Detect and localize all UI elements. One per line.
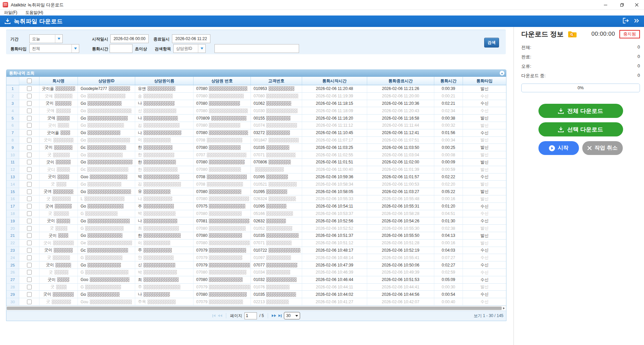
row-checkbox[interactable] <box>27 300 32 304</box>
column-header[interactable]: 통화타입 <box>463 77 506 85</box>
column-header[interactable]: 회사명 <box>39 77 78 85</box>
page-size-select[interactable]: 30 <box>284 312 300 319</box>
maximize-button[interactable] <box>614 0 629 9</box>
table-row[interactable]: 11굿이Go한070800708062026-02-06 11:01:51202… <box>6 159 506 166</box>
row-checkbox[interactable] <box>27 160 32 164</box>
table-row[interactable]: 12굿디Gc한070802026-02-06 11:00:402026-02-0… <box>6 166 506 174</box>
row-checkbox[interactable] <box>27 211 32 216</box>
table-row[interactable]: 18굿G박07080051662026-02-06 10:53:372026-0… <box>6 210 506 218</box>
horizontal-scrollbar[interactable] <box>6 306 506 311</box>
start-date-input[interactable]: 2026-02-06 00:00 <box>110 34 149 43</box>
menu-item-file[interactable]: 파일(F) <box>0 10 21 15</box>
table-row[interactable]: 9굿이Gc한07080010352026-02-06 11:03:252026-… <box>6 144 506 151</box>
table-row[interactable]: 24굿G안07079010972026-02-06 10:48:142026-0… <box>6 254 506 261</box>
column-header[interactable]: 통화종료시간 <box>367 77 434 85</box>
row-checkbox[interactable] <box>27 292 32 297</box>
open-folder-search-icon[interactable] <box>568 31 577 39</box>
page-input[interactable] <box>244 312 257 319</box>
cancel-job-button[interactable]: 작업 취소 <box>582 141 623 155</box>
column-header[interactable]: 상담원 번호 <box>194 77 251 85</box>
row-checkbox[interactable] <box>27 123 32 128</box>
search-button[interactable]: 검색 <box>484 38 499 48</box>
grid-collapse-button[interactable] <box>500 71 504 75</box>
column-header[interactable]: 통화시작시간 <box>302 77 367 85</box>
table-row[interactable]: 14굿Go김07080105212026-02-06 10:58:342026-… <box>6 181 506 188</box>
row-checkbox[interactable] <box>27 145 32 150</box>
call-duration-input[interactable] <box>110 44 133 53</box>
table-row[interactable]: 21굿이Go한07080010352026-02-06 10:51:372026… <box>6 232 506 240</box>
row-checkbox[interactable] <box>27 116 32 121</box>
search-keyword-input[interactable] <box>214 44 299 53</box>
call-type-select[interactable]: 전체 <box>29 44 79 53</box>
prev-page-button[interactable] <box>218 314 222 317</box>
scrollbar-right-arrow[interactable] <box>502 307 506 310</box>
first-page-button[interactable] <box>212 314 215 317</box>
table-row[interactable]: 25굿이Go신07079070772026-02-06 10:47:392026… <box>6 261 506 269</box>
last-page-button[interactable] <box>279 314 282 317</box>
row-checkbox[interactable] <box>27 182 32 187</box>
table-row[interactable]: 10굿Go한0707070712026-02-06 11:02:552026-0… <box>6 151 506 159</box>
next-page-button[interactable] <box>272 314 276 317</box>
row-checkbox[interactable] <box>27 219 32 223</box>
row-checkbox[interactable] <box>27 204 32 209</box>
table-row[interactable]: 6굿이Go김07080010742026-02-06 11:11:122026-… <box>6 122 506 129</box>
row-checkbox[interactable] <box>27 285 32 289</box>
table-row[interactable]: 1굿이플Goodeple7277유앤070800109532026-02-06 … <box>6 85 506 93</box>
column-header[interactable]: 상담원ID <box>78 77 135 85</box>
menu-item-help[interactable]: 도움말(H) <box>21 10 47 15</box>
table-row[interactable]: 30굿Gou주옥07079022132026-02-06 10:41:27202… <box>6 298 506 306</box>
column-header[interactable]: 상담원이름 <box>135 77 194 85</box>
table-row[interactable]: 28굿G주07079010762026-02-06 10:44:112026-0… <box>6 284 506 291</box>
table-row[interactable]: 23굿이Gc주070790107222026-02-06 10:48:17202… <box>6 247 506 254</box>
row-checkbox[interactable] <box>27 86 32 91</box>
row-checkbox[interactable] <box>27 263 32 268</box>
table-row[interactable]: 19굿이Go나07081026322026-02-06 10:52:562026… <box>6 217 506 225</box>
table-row[interactable]: 2굿애Go송07080070802026-02-06 11:19:392026-… <box>6 93 506 100</box>
row-checkbox[interactable] <box>27 233 32 238</box>
row-checkbox[interactable] <box>27 108 32 113</box>
table-row[interactable]: 3굿이Go나07080010622026-02-06 11:18:152026-… <box>6 100 506 107</box>
table-row[interactable]: 8굿이Go이07080018472026-02-06 11:07:172026-… <box>6 137 506 144</box>
table-row[interactable]: 16굿L나070800263242026-02-06 10:55:332026-… <box>6 195 506 203</box>
select-all-checkbox[interactable] <box>27 79 32 83</box>
column-header[interactable]: 통화시간 <box>434 77 463 85</box>
table-row[interactable]: 4굿애Go신07080010302026-02-06 11:18:092026-… <box>6 107 506 115</box>
row-checkbox[interactable] <box>27 277 32 282</box>
row-checkbox[interactable] <box>27 270 32 275</box>
logout-icon[interactable] <box>623 18 629 25</box>
column-header[interactable]: 고객번호 <box>251 77 302 85</box>
row-checkbox[interactable] <box>27 248 32 253</box>
row-checkbox[interactable] <box>27 196 32 201</box>
table-row[interactable]: 17굿여Go주07075010952026-02-06 10:54:112026… <box>6 203 506 210</box>
scrollbar-thumb[interactable] <box>7 307 502 310</box>
table-row[interactable]: 27굿이Goo최07080010322026-02-06 10:46:44202… <box>6 276 506 284</box>
close-button[interactable] <box>629 0 644 9</box>
period-select[interactable]: 오늘 <box>29 34 63 43</box>
row-checkbox[interactable] <box>27 226 32 231</box>
row-checkbox[interactable] <box>27 255 32 260</box>
start-button[interactable]: 시작 <box>538 141 579 155</box>
download-selected-button[interactable]: 선택 다운로드 <box>538 122 623 136</box>
table-row[interactable]: 7굿어플Go나07080032722026-02-06 11:10:452026… <box>6 129 506 137</box>
table-row[interactable]: 29굿이Go나07080010352026-02-06 10:44:022026… <box>6 291 506 298</box>
row-checkbox[interactable] <box>27 241 32 245</box>
row-checkbox[interactable] <box>27 138 32 143</box>
minimize-button[interactable] <box>598 0 613 9</box>
table-row[interactable]: 5굿애Go나070809001552026-02-06 11:16:202026… <box>6 115 506 122</box>
table-row[interactable]: 22굿이Ge이07080070712026-02-06 10:51:122026… <box>6 240 506 247</box>
search-field-select[interactable]: 상담원ID <box>173 44 206 53</box>
row-checkbox[interactable] <box>27 101 32 106</box>
row-checkbox[interactable] <box>27 94 32 98</box>
row-checkbox[interactable] <box>27 153 32 157</box>
table-row[interactable]: 26굿G박07080010342026-02-06 10:46:392026-0… <box>6 269 506 276</box>
row-checkbox[interactable] <box>27 130 32 135</box>
table-row[interactable]: 13굿이Goo박0708010952026-02-06 10:59:362026… <box>6 174 506 181</box>
collapse-panel-icon[interactable] <box>634 18 639 24</box>
end-date-input[interactable]: 2026-02-06 11:22 <box>172 34 210 43</box>
table-row[interactable]: 15굿여Go유07080010952026-02-06 10:58:052026… <box>6 188 506 195</box>
download-all-button[interactable]: 전체 다운로드 <box>538 104 623 118</box>
row-checkbox[interactable] <box>27 167 32 172</box>
table-row[interactable]: 20굿G최07080010522026-02-06 10:52:522026-0… <box>6 225 506 232</box>
row-checkbox[interactable] <box>27 189 32 194</box>
row-checkbox[interactable] <box>27 175 32 179</box>
